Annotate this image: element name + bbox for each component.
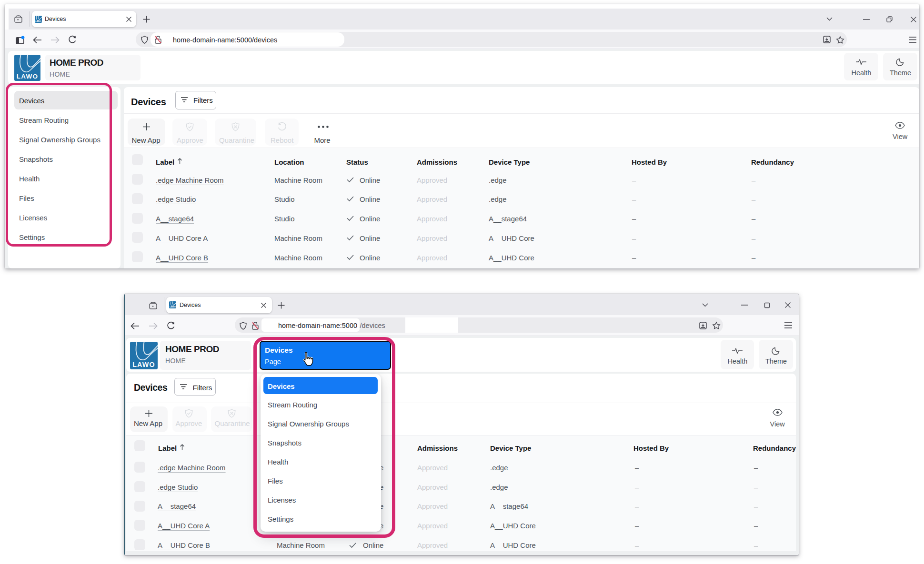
svg-text:LAWO: LAWO bbox=[132, 361, 155, 368]
svg-text:LAWO: LAWO bbox=[170, 306, 176, 308]
svg-text:LAWO: LAWO bbox=[35, 20, 41, 22]
svg-text:LAWO: LAWO bbox=[17, 73, 38, 80]
